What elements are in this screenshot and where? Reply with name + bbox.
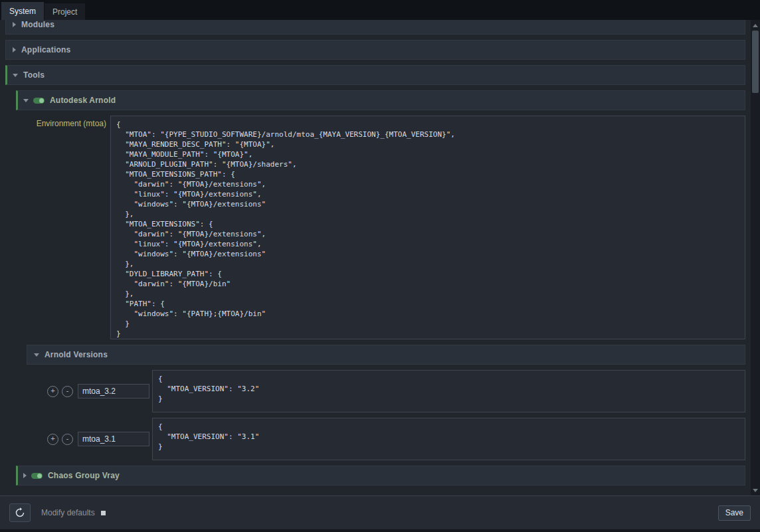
version-row: + - { "MTOA_VERSION": "3.1" } [37,418,745,460]
chevron-down-icon [13,74,18,77]
section-label-modules: Modules [21,20,54,29]
settings-content: Modules Applications Tools [0,20,751,495]
section-label-tools: Tools [23,70,45,80]
scroll-up-button[interactable] [751,21,760,30]
section-label-arnold-versions: Arnold Versions [45,350,108,359]
group-label-vray: Chaos Group Vray [48,471,120,480]
group-vray: Chaos Group Vray [16,466,745,486]
remove-version-button[interactable]: - [62,434,73,445]
version-row-tools: + - [37,384,150,399]
section-header-tools[interactable]: Tools [5,65,745,85]
chevron-down-icon [34,353,39,357]
group-header-vray[interactable]: Chaos Group Vray [16,466,745,486]
scrollbar-thumb[interactable] [752,31,759,93]
arrow-up-icon [753,24,758,27]
refresh-icon [15,507,25,518]
environment-json-editor[interactable]: { "MTOA": "{PYPE_STUDIO_SOFTWARE}/arnold… [110,116,745,339]
chevron-right-icon [13,22,16,27]
chevron-right-icon [13,47,16,52]
section-header-modules[interactable]: Modules [5,20,745,35]
version-row-tools: + - [37,432,150,446]
add-version-button[interactable]: + [47,386,58,397]
environment-row: Environment (mtoa) { "MTOA": "{PYPE_STUD… [27,116,745,339]
tab-project[interactable]: Project [45,3,85,20]
scrollbar[interactable] [751,20,760,495]
section-tools: Tools Autodesk Arnold Environment (mtoa)… [5,65,745,486]
arrow-down-icon [753,489,758,492]
save-button[interactable]: Save [718,505,751,521]
modify-defaults-label: Modify defaults [41,508,95,517]
version-json-editor[interactable]: { "MTOA_VERSION": "3.1" } [152,418,745,460]
group-arnold: Autodesk Arnold Environment (mtoa) { "MT… [16,90,745,460]
section-header-arnold-versions[interactable]: Arnold Versions [27,345,745,365]
version-row: + - { "MTOA_VERSION": "3.2" } [37,370,745,412]
chevron-down-icon [23,99,29,102]
section-label-applications: Applications [21,45,70,54]
version-name-input[interactable] [78,432,149,446]
version-json-editor[interactable]: { "MTOA_VERSION": "3.2" } [152,370,745,412]
footer-bar: Modify defaults Save [0,495,760,529]
section-arnold-versions: Arnold Versions [27,345,745,365]
modify-defaults-checkbox[interactable] [101,511,106,515]
environment-label: Environment (mtoa) [27,116,110,128]
add-version-button[interactable]: + [47,434,58,445]
enabled-toggle[interactable] [31,473,43,479]
group-header-arnold[interactable]: Autodesk Arnold [16,90,745,110]
refresh-button[interactable] [9,503,31,522]
tab-bar: System Project [0,0,760,20]
tab-system[interactable]: System [1,2,44,20]
enabled-toggle[interactable] [33,98,45,104]
scroll-down-button[interactable] [751,486,760,495]
section-header-applications[interactable]: Applications [5,40,745,60]
settings-window: System Project Modules Applications [0,0,760,532]
version-name-input[interactable] [78,384,149,399]
remove-version-button[interactable]: - [62,386,73,397]
chevron-right-icon [23,473,27,478]
group-label-arnold: Autodesk Arnold [50,96,116,105]
